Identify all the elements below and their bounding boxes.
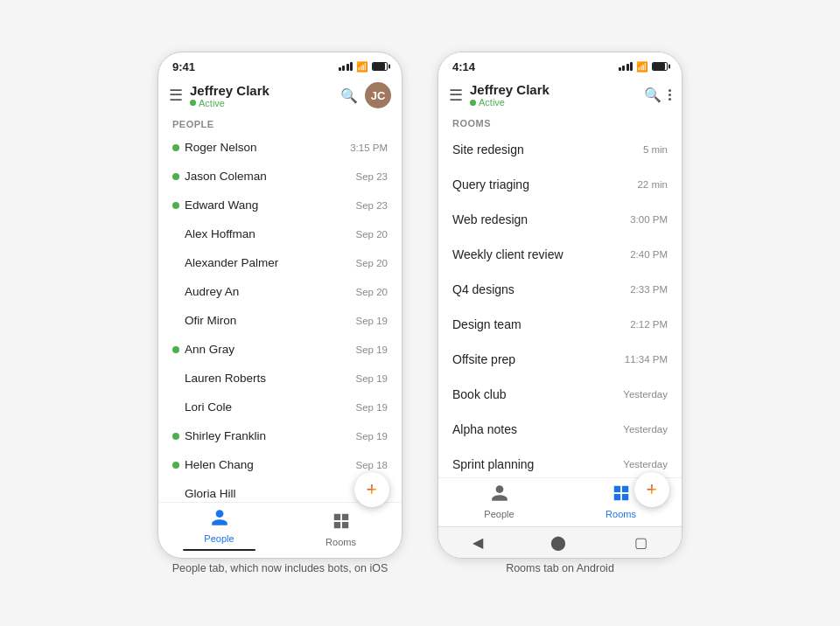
contact-item[interactable]: Jason Coleman Sep 23: [158, 162, 402, 191]
contact-item[interactable]: Edward Wang Sep 23: [158, 191, 402, 219]
ios-phone-container: 9:41 📶 ☰: [158, 52, 402, 574]
android-home-btn[interactable]: ⬤: [550, 534, 566, 551]
android-status-icons: 📶: [619, 61, 668, 73]
ios-phone: 9:41 📶 ☰: [158, 52, 402, 559]
android-app-header: ☰ Jeffrey Clark Active 🔍: [438, 77, 682, 113]
room-time: 2:33 PM: [630, 284, 668, 295]
contact-time: 3:15 PM: [350, 143, 388, 153]
android-phone: 4:14 📶 ☰: [438, 52, 682, 559]
wifi-icon: 📶: [356, 61, 368, 73]
android-people-tab-label: People: [484, 509, 514, 519]
contact-item[interactable]: Audrey An Sep 20: [158, 277, 402, 306]
contact-name: Lori Cole: [185, 400, 351, 414]
offline-placeholder: [172, 317, 179, 324]
contact-time: Sep 19: [356, 373, 388, 384]
android-back-btn[interactable]: ◀: [472, 534, 483, 551]
ios-fab-plus-icon: +: [367, 480, 378, 499]
online-dot: [172, 462, 179, 469]
online-dot: [172, 173, 179, 180]
ios-bottom-tabs: People Rooms: [158, 502, 402, 558]
android-search-icon[interactable]: 🔍: [644, 87, 662, 103]
room-time: 11:34 PM: [625, 354, 668, 365]
room-time: Yesterday: [623, 389, 668, 400]
ios-hamburger-icon[interactable]: ☰: [169, 86, 183, 105]
android-tab-people[interactable]: People: [438, 483, 560, 519]
android-status-bar: 4:14 📶: [438, 52, 682, 77]
room-name: Site redesign: [452, 143, 643, 156]
room-name: Query triaging: [452, 177, 637, 191]
android-recents-btn[interactable]: ▢: [634, 534, 648, 551]
offline-placeholder: [172, 404, 179, 411]
android-header-subtitle: Active: [470, 97, 637, 108]
contact-item[interactable]: Lori Cole Sep 19: [158, 393, 402, 421]
room-item[interactable]: Query triaging 22 min: [438, 167, 682, 202]
rooms-tab-icon: [332, 511, 351, 535]
android-rooms-list: Site redesign 5 min Query triaging 22 mi…: [438, 132, 682, 477]
contact-item[interactable]: Alexander Palmer Sep 20: [158, 248, 402, 277]
room-time: 3:00 PM: [630, 214, 668, 225]
room-item[interactable]: Weekly client review 2:40 PM: [438, 237, 682, 272]
contact-time: Sep 19: [356, 344, 388, 355]
contact-item[interactable]: Ofir Miron Sep 19: [158, 306, 402, 335]
contact-name: Helen Chang: [185, 458, 351, 471]
contact-item[interactable]: Shirley Franklin Sep 19: [158, 421, 402, 450]
ios-search-icon[interactable]: 🔍: [340, 87, 358, 104]
contact-item[interactable]: Roger Nelson 3:15 PM: [158, 133, 402, 162]
android-fab[interactable]: +: [634, 472, 669, 507]
online-dot: [172, 202, 179, 209]
contact-time: Sep 19: [356, 431, 388, 442]
tab-people[interactable]: People: [158, 508, 280, 551]
contact-item[interactable]: Ann Gray Sep 19: [158, 335, 402, 364]
contact-time: Sep 23: [356, 200, 388, 211]
offline-placeholder: [172, 231, 179, 238]
android-people-tab-icon: [490, 483, 509, 507]
contact-name: Lauren Roberts: [185, 372, 351, 385]
rooms-tab-label: Rooms: [326, 537, 356, 547]
room-time: Yesterday: [623, 424, 668, 435]
contact-name: Alex Hoffman: [185, 227, 351, 240]
ios-time: 9:41: [172, 60, 195, 73]
android-more-icon[interactable]: [668, 89, 671, 101]
contact-time: Sep 19: [356, 402, 388, 413]
room-time: 2:12 PM: [630, 319, 668, 330]
ios-section-label: PEOPLE: [158, 114, 402, 133]
online-dot: [172, 144, 179, 151]
android-hamburger-icon[interactable]: ☰: [449, 86, 463, 105]
contact-name: Ann Gray: [185, 343, 351, 356]
room-item[interactable]: Web redesign 3:00 PM: [438, 202, 682, 237]
room-name: Weekly client review: [452, 247, 630, 261]
room-item[interactable]: Q4 designs 2:33 PM: [438, 272, 682, 307]
battery-icon: [372, 62, 388, 71]
room-name: Offsite prep: [452, 352, 625, 366]
contact-name: Roger Nelson: [185, 141, 345, 154]
ios-header-title: Jeffrey Clark: [190, 83, 333, 98]
room-time: 5 min: [643, 144, 668, 155]
contact-item[interactable]: Lauren Roberts Sep 19: [158, 364, 402, 393]
room-item[interactable]: Design team 2:12 PM: [438, 307, 682, 342]
room-item[interactable]: Site redesign 5 min: [438, 132, 682, 167]
contact-item[interactable]: Alex Hoffman Sep 20: [158, 219, 402, 248]
ios-avatar[interactable]: JC: [365, 82, 391, 108]
android-active-dot: [470, 100, 476, 106]
room-time: 22 min: [637, 179, 668, 190]
ios-fab[interactable]: +: [354, 472, 389, 507]
room-item[interactable]: Alpha notes Yesterday: [438, 412, 682, 447]
online-dot: [172, 346, 179, 353]
contact-time: Sep 20: [356, 287, 388, 297]
room-name: Alpha notes: [452, 422, 623, 436]
ios-tab-underline: [183, 549, 256, 551]
ios-status-bar: 9:41 📶: [158, 52, 402, 77]
tab-rooms[interactable]: Rooms: [280, 511, 402, 547]
ios-active-dot: [190, 100, 196, 106]
people-tab-icon: [210, 508, 229, 532]
room-item[interactable]: Offsite prep 11:34 PM: [438, 342, 682, 377]
android-header-title: Jeffrey Clark: [470, 82, 637, 97]
ios-caption: People tab, which now includes bots, on …: [172, 562, 388, 574]
room-item[interactable]: Book club Yesterday: [438, 377, 682, 412]
android-time: 4:14: [452, 60, 475, 73]
ios-header-subtitle: Active: [190, 98, 333, 108]
room-name: Book club: [452, 387, 623, 401]
room-name: Q4 designs: [452, 282, 630, 296]
contact-name: Audrey An: [185, 285, 351, 298]
contact-name: Ofir Miron: [185, 314, 351, 327]
